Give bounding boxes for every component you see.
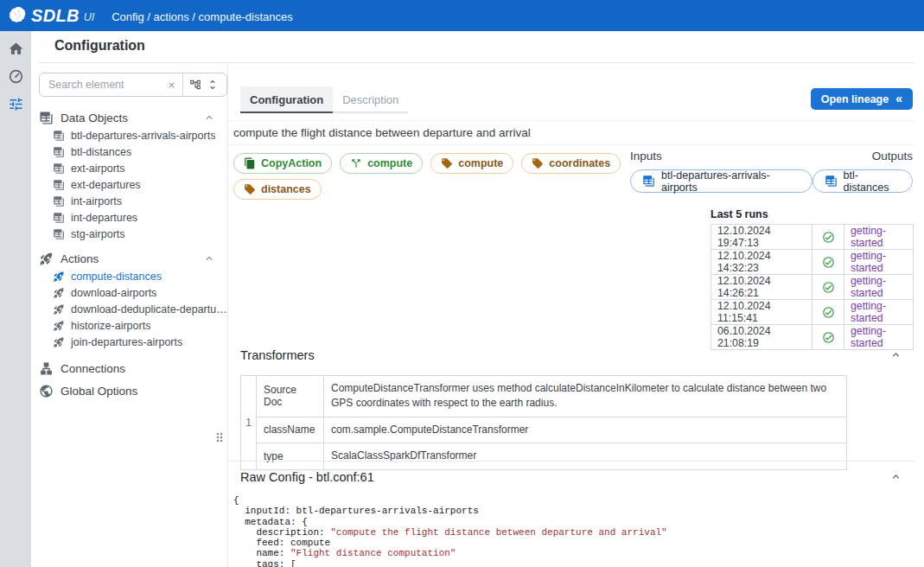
chevrons-left-icon: « bbox=[895, 92, 902, 105]
tab-description[interactable]: Description bbox=[333, 86, 408, 113]
raw-config-code: { inputId: btl-departures-arrivals-airpo… bbox=[233, 495, 913, 567]
badge-label: distances bbox=[261, 183, 311, 195]
tree-item-compute-distances[interactable]: compute-distances bbox=[39, 268, 227, 284]
tree-item-int-airports[interactable]: int-airports bbox=[39, 193, 227, 209]
tab-configuration[interactable]: Configuration bbox=[240, 86, 333, 113]
tree-item-stg-airports[interactable]: stg-airports bbox=[39, 226, 227, 242]
chevron-up-icon[interactable] bbox=[203, 252, 215, 264]
tree-item-label: historize-airports bbox=[71, 320, 150, 332]
tree-item-label: btl-departures-arrivals-airports bbox=[71, 130, 215, 142]
tree-section-label: Connections bbox=[61, 362, 227, 375]
search-input[interactable] bbox=[48, 79, 164, 91]
tree-section-data-objects[interactable]: Data Objects bbox=[39, 108, 227, 127]
open-lineage-label: Open lineage bbox=[821, 93, 889, 105]
badge-copyaction[interactable]: CopyAction bbox=[233, 153, 332, 174]
home-icon[interactable] bbox=[8, 41, 24, 57]
clear-search-icon[interactable] bbox=[164, 80, 179, 90]
tree-item-label: download-deduplicate-departur... bbox=[71, 303, 227, 315]
tree-item-label: compute-distances bbox=[71, 271, 162, 283]
drag-handle-icon[interactable] bbox=[213, 430, 226, 444]
tree-item-btl-distances[interactable]: btl-distances bbox=[39, 143, 227, 160]
run-status bbox=[812, 250, 844, 275]
badge-coordinates[interactable]: coordinates bbox=[521, 153, 621, 174]
tree-item-download-airports[interactable]: download-airports bbox=[39, 284, 227, 301]
success-check-icon bbox=[822, 281, 835, 294]
run-link[interactable]: getting-started bbox=[844, 325, 914, 350]
inputs-outputs: Inputs Outputs btl-departures-arrivals-a… bbox=[630, 150, 913, 193]
badge-label: coordinates bbox=[549, 157, 610, 169]
action-description: compute the flight distance between depa… bbox=[229, 120, 914, 145]
tree-section-actions[interactable]: Actions bbox=[39, 249, 227, 268]
tree-section-label: Data Objects bbox=[61, 111, 196, 124]
collapse-chevron-icon[interactable] bbox=[889, 470, 902, 483]
run-row: 12.10.2024 14:26:21getting-started bbox=[711, 275, 914, 300]
run-status bbox=[812, 300, 844, 325]
open-lineage-button[interactable]: Open lineage « bbox=[811, 88, 913, 110]
dataobject-pill-btl-departures-arrivals-airports[interactable]: btl-departures-arrivals-airports bbox=[630, 169, 812, 193]
badge-label: compute bbox=[458, 157, 503, 169]
badge-compute[interactable]: compute bbox=[430, 153, 513, 174]
tree-item-label: ext-airports bbox=[71, 162, 125, 175]
input-pills: btl-departures-arrivals-airports bbox=[630, 169, 812, 193]
run-row: 12.10.2024 14:32:23getting-started bbox=[711, 250, 914, 275]
dashboard-gauge-icon[interactable] bbox=[8, 68, 24, 85]
transformer-key: className bbox=[257, 417, 324, 443]
table-icon bbox=[39, 111, 54, 125]
tree-section-connections[interactable]: Connections bbox=[39, 359, 227, 378]
rocket-icon bbox=[53, 287, 65, 299]
run-timestamp: 12.10.2024 19:47:13 bbox=[711, 225, 812, 250]
breadcrumb[interactable]: Config / actions / compute-distances bbox=[112, 10, 293, 23]
run-link[interactable]: getting-started bbox=[844, 300, 914, 325]
transformers-table: 1 Source Doc ComputeDistanceTransformer … bbox=[240, 375, 847, 470]
collapse-chevron-icon[interactable] bbox=[889, 348, 902, 361]
run-row: 12.10.2024 11:15:41getting-started bbox=[711, 300, 914, 325]
main-panel: Configuration Description Open lineage «… bbox=[229, 73, 914, 567]
tree-item-int-departures[interactable]: int-departures bbox=[39, 209, 227, 226]
tree-item-ext-airports[interactable]: ext-airports bbox=[39, 160, 227, 176]
expand-collapse-icon[interactable] bbox=[204, 79, 221, 91]
run-timestamp: 06.10.2024 21:08:19 bbox=[711, 325, 812, 350]
badge-label: compute bbox=[367, 157, 412, 169]
tree-section-global-options[interactable]: Global Options bbox=[39, 381, 227, 400]
tree-section-label: Actions bbox=[61, 252, 196, 265]
run-link[interactable]: getting-started bbox=[844, 250, 914, 275]
code-line: tags: [ bbox=[233, 559, 913, 567]
tree-item-label: ext-departures bbox=[71, 179, 141, 191]
tree-item-btl-departures-arrivals-airports[interactable]: btl-departures-arrivals-airports bbox=[39, 127, 227, 143]
tree-item-join-departures-airports[interactable]: join-departures-airports bbox=[39, 334, 227, 350]
run-link[interactable]: getting-started bbox=[844, 225, 914, 250]
brand-name: SDLB bbox=[31, 6, 80, 26]
tree-item-historize-airports[interactable]: historize-airports bbox=[39, 317, 227, 334]
success-check-icon bbox=[822, 331, 835, 344]
app-root: SDLB UI Config / actions / compute-dista… bbox=[0, 0, 924, 567]
transformer-index: 1 bbox=[241, 376, 257, 470]
feed-split-icon bbox=[350, 157, 362, 169]
tree-section-label: Global Options bbox=[61, 385, 227, 398]
inputs-label: Inputs bbox=[630, 150, 662, 162]
dataobject-pill-btl-distances[interactable]: btl-distances bbox=[812, 169, 913, 193]
tag-icon bbox=[532, 157, 544, 169]
config-tune-icon[interactable] bbox=[8, 96, 24, 112]
tree-item-download-deduplicate-departur-[interactable]: download-deduplicate-departur... bbox=[39, 301, 227, 317]
tree-item-ext-departures[interactable]: ext-departures bbox=[39, 176, 227, 193]
badge-distances[interactable]: distances bbox=[233, 179, 322, 200]
run-status bbox=[812, 325, 844, 350]
rocket-icon bbox=[39, 252, 54, 266]
output-pills: btl-distances bbox=[812, 169, 913, 193]
run-link[interactable]: getting-started bbox=[844, 275, 914, 300]
pill-label: btl-departures-arrivals-airports bbox=[661, 169, 800, 194]
success-check-icon bbox=[822, 231, 835, 244]
config-tree: Data Objectsbtl-departures-arrivals-airp… bbox=[39, 108, 227, 400]
badge-compute[interactable]: compute bbox=[340, 153, 423, 174]
last-runs-section: Last 5 runs 12.10.2024 19:47:13getting-s… bbox=[711, 208, 914, 350]
chevron-up-icon[interactable] bbox=[203, 111, 215, 124]
code-line: feed: compute bbox=[233, 538, 913, 548]
transformer-key: type bbox=[257, 443, 324, 469]
code-line: inputId: btl-departures-arrivals-airport… bbox=[233, 506, 913, 516]
panel-divider bbox=[227, 63, 228, 567]
transformers-title: Transformers bbox=[240, 348, 315, 362]
tree-item-label: download-airports bbox=[71, 287, 156, 299]
tree-view-icon[interactable] bbox=[187, 79, 204, 91]
tree-item-label: join-departures-airports bbox=[71, 336, 182, 348]
section-divider bbox=[229, 461, 914, 462]
